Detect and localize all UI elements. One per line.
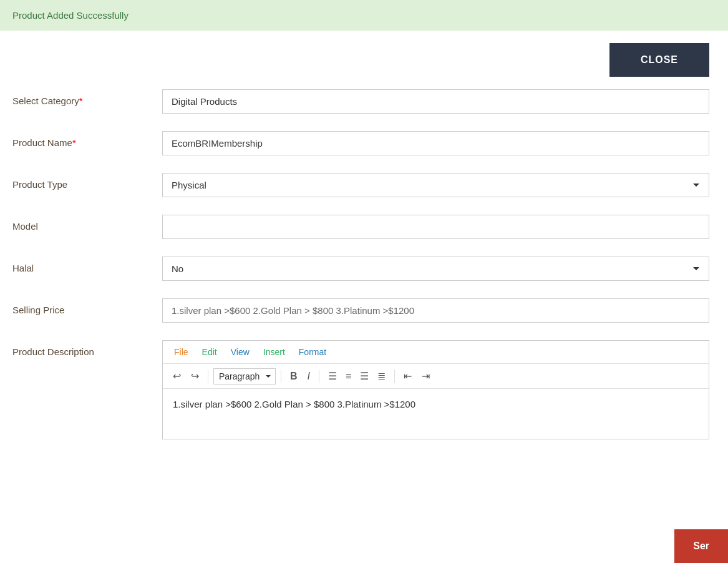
model-input-wrap (162, 215, 709, 239)
editor-menubar: File Edit View Insert Format (163, 341, 709, 364)
product-description-input-wrap: File Edit View Insert Format ↩ ↪ Paragra… (162, 340, 709, 439)
halal-input-wrap: No Yes (162, 257, 709, 281)
page-container: Product Added Successfully CLOSE Select … (0, 0, 728, 563)
toolbar-separator-1 (208, 370, 208, 383)
model-row: Model (12, 215, 709, 239)
align-group: ☰ ≡ ☰ ≣ (324, 368, 389, 384)
menu-file[interactable]: File (170, 346, 192, 358)
select-category-input[interactable] (162, 89, 709, 114)
select-category-label: Select Category* (12, 89, 162, 106)
save-btn-wrap: Ser (674, 529, 728, 563)
selling-price-input-wrap (162, 298, 709, 323)
toolbar-separator-2 (281, 370, 281, 383)
selling-price-row: Selling Price (12, 298, 709, 323)
select-category-row: Select Category* (12, 89, 709, 114)
align-right-button[interactable]: ☰ (356, 368, 372, 384)
close-btn-row: CLOSE (0, 31, 728, 83)
paragraph-style-select[interactable]: Paragraph Heading 1 Heading 2 (213, 368, 276, 384)
editor-toolbar: ↩ ↪ Paragraph Heading 1 Heading 2 B I (163, 364, 709, 389)
product-type-label: Product Type (12, 173, 162, 190)
menu-view[interactable]: View (227, 346, 253, 358)
outdent-button[interactable]: ⇤ (400, 368, 415, 384)
model-input[interactable] (162, 215, 709, 239)
select-category-input-wrap (162, 89, 709, 114)
selling-price-input[interactable] (162, 298, 709, 323)
product-description-row: Product Description File Edit View Inser… (12, 340, 709, 439)
product-description-label: Product Description (12, 340, 162, 357)
italic-button[interactable]: I (304, 368, 314, 384)
redo-button[interactable]: ↪ (187, 368, 203, 384)
bold-button[interactable]: B (286, 368, 301, 384)
align-justify-button[interactable]: ≣ (374, 368, 389, 384)
success-text: Product Added Successfully (12, 10, 129, 21)
close-button[interactable]: CLOSE (609, 43, 709, 77)
product-name-row: Product Name* (12, 131, 709, 155)
menu-edit[interactable]: Edit (198, 346, 221, 358)
halal-label: Halal (12, 257, 162, 273)
product-type-row: Product Type Physical Digital (12, 173, 709, 197)
undo-button[interactable]: ↩ (169, 368, 185, 384)
editor-content[interactable]: 1.silver plan >$600 2.Gold Plan > $800 3… (163, 389, 709, 439)
product-type-select[interactable]: Physical Digital (162, 173, 709, 197)
halal-select[interactable]: No Yes (162, 257, 709, 281)
product-type-input-wrap: Physical Digital (162, 173, 709, 197)
model-label: Model (12, 215, 162, 232)
toolbar-separator-4 (394, 370, 395, 383)
selling-price-label: Selling Price (12, 298, 162, 315)
halal-row: Halal No Yes (12, 257, 709, 281)
menu-insert[interactable]: Insert (260, 346, 289, 358)
save-button[interactable]: Ser (674, 529, 728, 563)
align-center-button[interactable]: ≡ (342, 368, 355, 384)
form-area: Select Category* Product Name* Product T… (0, 83, 728, 476)
product-name-input-wrap (162, 131, 709, 155)
toolbar-separator-3 (319, 370, 319, 383)
indent-button[interactable]: ⇥ (418, 368, 434, 384)
editor-container: File Edit View Insert Format ↩ ↪ Paragra… (162, 340, 709, 439)
product-name-input[interactable] (162, 131, 709, 155)
success-banner: Product Added Successfully (0, 0, 728, 31)
menu-format[interactable]: Format (295, 346, 330, 358)
product-name-label: Product Name* (12, 131, 162, 148)
align-left-button[interactable]: ☰ (324, 368, 341, 384)
